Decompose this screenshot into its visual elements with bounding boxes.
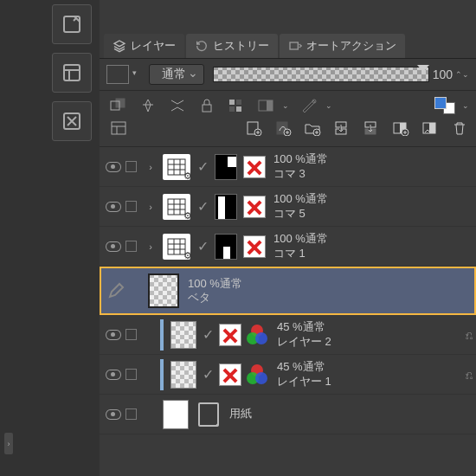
frame-folder-thumbnail [163,234,190,260]
layer-row-selected[interactable]: 100 %通常 ベタ [100,267,476,315]
lock-transparent-icon[interactable] [227,97,246,114]
svg-rect-31 [168,239,185,254]
disabled-mask-icon[interactable] [243,235,266,258]
layer-checkbox[interactable] [125,201,137,212]
history-icon [195,39,209,53]
mask-thumbnail[interactable] [215,154,237,180]
delete-layer-icon[interactable] [450,119,469,137]
lock-icon[interactable] [197,97,216,114]
edit-indicator-icon [107,282,125,299]
transfer-down-icon[interactable] [332,119,351,137]
new-folder-icon[interactable] [303,119,322,137]
visibility-toggle[interactable] [106,162,121,172]
paper-icon [198,402,219,427]
reference-icon[interactable] [138,97,158,114]
merge-down-icon[interactable] [362,119,381,137]
checkmark-icon: ✓ [197,158,209,175]
frame-folder-thumbnail [163,194,190,220]
panel-tabs: レイヤー ヒストリー オートアクション [100,31,476,59]
layer-thumbnail[interactable] [163,400,189,429]
opacity-value[interactable]: 100 [434,68,469,81]
disabled-mask-icon[interactable] [243,156,266,178]
layer-label: 100 %通常 ベタ [188,277,242,306]
expand-handle[interactable]: › [4,433,13,454]
layer-thumbnail[interactable] [170,321,196,349]
layer-checkbox[interactable] [125,369,137,380]
mask-thumbnail[interactable] [215,194,237,220]
layer-label: 用紙 [229,407,252,421]
layer-row-frame[interactable]: › ✓ 100 %通常 コマ 3 [100,147,476,187]
new-raster-layer-icon[interactable] [244,119,263,137]
layer-checkbox[interactable] [125,161,137,172]
clip-indicator [160,319,164,351]
layer-row[interactable]: ✓ 45 %通常 レイヤー 2 ⎌ [100,315,476,355]
visibility-toggle[interactable] [106,330,121,340]
blend-mode-select[interactable]: 通常 [149,64,204,85]
tab-history[interactable]: ヒストリー [186,34,278,58]
svg-rect-5 [116,99,125,107]
expand-toggle[interactable]: › [143,162,158,172]
caret-icon: ⌄ [325,101,332,110]
svg-rect-14 [112,122,125,134]
visibility-toggle[interactable] [106,370,121,380]
layers-icon [113,39,126,53]
left-tool-rail: › [0,0,100,476]
ruler-toggle-icon[interactable] [299,97,318,114]
checkmark-icon: ✓ [203,326,214,343]
mask-toggle-icon[interactable] [256,97,275,114]
rail-button-2[interactable] [52,53,92,93]
layer-options-icon[interactable]: ⎌ [466,328,473,342]
layer-thumbnail[interactable] [148,273,179,308]
disabled-mask-icon[interactable] [219,324,241,346]
disabled-mask-icon[interactable] [219,363,241,386]
layer-label: 100 %通常 コマ 3 [273,152,328,181]
visibility-toggle[interactable] [106,202,121,212]
new-vector-layer-icon[interactable] [273,119,293,137]
draft-icon[interactable] [168,97,187,114]
tab-layers-label: レイヤー [131,38,176,54]
layer-checkbox[interactable] [125,329,137,340]
layer-label: 100 %通常 コマ 5 [273,192,328,221]
autoaction-icon [288,39,302,53]
disabled-mask-icon[interactable] [243,196,266,218]
layer-checkbox[interactable] [125,408,137,420]
layer-label: 45 %通常 レイヤー 1 [277,360,331,389]
tab-autoaction[interactable]: オートアクション [280,34,405,58]
layer-checkbox[interactable] [125,241,137,252]
color-swatches[interactable] [434,97,455,114]
checkmark-icon: ✓ [203,366,214,383]
layer-thumbnail[interactable] [170,361,196,389]
mask-thumbnail[interactable] [215,234,237,260]
create-mask-icon[interactable] [391,119,410,137]
svg-rect-8 [236,100,241,105]
rail-button-3[interactable] [52,101,92,141]
layer-controls-row: 通常 100 [100,59,476,91]
checkmark-icon: ✓ [197,198,209,215]
expand-toggle[interactable]: › [143,241,158,252]
svg-rect-9 [229,106,235,112]
tab-history-label: ヒストリー [213,38,269,54]
visibility-toggle[interactable] [106,241,121,252]
expand-toggle[interactable]: › [143,202,158,212]
layer-row[interactable]: ✓ 45 %通常 レイヤー 1 ⎌ [100,355,476,395]
visibility-toggle[interactable] [106,409,121,420]
tab-layers[interactable]: レイヤー [104,34,184,58]
svg-rect-29 [168,159,185,175]
layer-row-frame[interactable]: › ✓ 100 %通常 コマ 5 [100,187,476,227]
svg-rect-7 [229,100,235,105]
layers-list: › ✓ 100 %通常 コマ 3 › ✓ 100 %通常 コマ 5 [100,147,476,476]
clip-mask-icon[interactable] [109,97,128,114]
layer-action-bars: ⌄ ⌄ ⌄ [100,91,476,147]
frame-folder-thumbnail [163,154,190,180]
palette-color-button[interactable] [106,65,129,84]
layer-row-paper[interactable]: 用紙 [100,395,476,434]
layer-label: 45 %通常 レイヤー 2 [277,320,331,349]
rail-button-1[interactable] [52,4,92,44]
blend-mode-value: 通常 [162,67,186,82]
layer-row-frame[interactable]: › ✓ 100 %通常 コマ 1 [100,227,476,267]
apply-mask-icon[interactable] [421,119,440,137]
svg-rect-1 [64,65,80,80]
opacity-slider[interactable] [213,67,429,82]
layer-options-icon[interactable]: ⎌ [466,368,473,382]
panel-view-icon[interactable] [109,119,128,137]
